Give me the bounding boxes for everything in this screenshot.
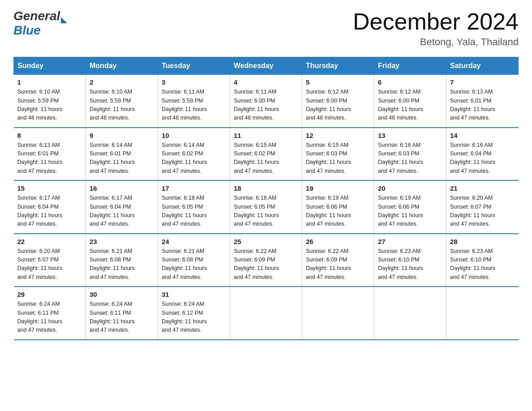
day-info: Sunrise: 6:21 AMSunset: 6:08 PMDaylight:… <box>90 247 154 282</box>
day-info: Sunrise: 6:19 AMSunset: 6:06 PMDaylight:… <box>306 194 370 229</box>
day-number: 19 <box>306 184 370 192</box>
calendar-week-row: 8 Sunrise: 6:13 AMSunset: 6:01 PMDayligh… <box>14 128 519 181</box>
calendar-cell: 8 Sunrise: 6:13 AMSunset: 6:01 PMDayligh… <box>14 128 86 181</box>
calendar-cell: 30 Sunrise: 6:24 AMSunset: 6:11 PMDaylig… <box>86 287 158 340</box>
day-number: 1 <box>17 78 82 86</box>
day-info: Sunrise: 6:24 AMSunset: 6:12 PMDaylight:… <box>162 300 226 335</box>
calendar-cell: 23 Sunrise: 6:21 AMSunset: 6:08 PMDaylig… <box>86 234 158 287</box>
day-number: 25 <box>234 238 298 245</box>
calendar-cell: 5 Sunrise: 6:12 AMSunset: 6:00 PMDayligh… <box>302 75 374 128</box>
day-info: Sunrise: 6:18 AMSunset: 6:05 PMDaylight:… <box>234 194 298 229</box>
month-title: December 2024 <box>353 9 519 34</box>
day-info: Sunrise: 6:11 AMSunset: 6:00 PMDaylight:… <box>234 88 298 123</box>
header-friday: Friday <box>374 57 446 75</box>
calendar-cell: 22 Sunrise: 6:20 AMSunset: 6:07 PMDaylig… <box>14 234 86 287</box>
day-info: Sunrise: 6:13 AMSunset: 6:01 PMDaylight:… <box>450 88 515 123</box>
calendar-cell: 7 Sunrise: 6:13 AMSunset: 6:01 PMDayligh… <box>446 75 519 128</box>
day-info: Sunrise: 6:16 AMSunset: 6:04 PMDaylight:… <box>450 141 515 176</box>
day-info: Sunrise: 6:21 AMSunset: 6:08 PMDaylight:… <box>162 247 226 282</box>
day-number: 23 <box>90 238 154 245</box>
day-number: 14 <box>450 132 515 139</box>
day-info: Sunrise: 6:17 AMSunset: 6:04 PMDaylight:… <box>17 194 82 229</box>
logo-general-text: General <box>13 9 60 23</box>
calendar-cell: 26 Sunrise: 6:22 AMSunset: 6:09 PMDaylig… <box>302 234 374 287</box>
calendar-cell: 9 Sunrise: 6:14 AMSunset: 6:01 PMDayligh… <box>86 128 158 181</box>
calendar-cell: 6 Sunrise: 6:12 AMSunset: 6:00 PMDayligh… <box>374 75 446 128</box>
page-header: General Blue December 2024 Betong, Yala,… <box>13 9 519 48</box>
calendar-cell: 10 Sunrise: 6:14 AMSunset: 6:02 PMDaylig… <box>158 128 230 181</box>
day-info: Sunrise: 6:13 AMSunset: 6:01 PMDaylight:… <box>17 141 82 176</box>
calendar-cell: 12 Sunrise: 6:15 AMSunset: 6:03 PMDaylig… <box>302 128 374 181</box>
calendar-week-row: 22 Sunrise: 6:20 AMSunset: 6:07 PMDaylig… <box>14 234 519 287</box>
day-info: Sunrise: 6:10 AMSunset: 5:59 PMDaylight:… <box>90 88 154 123</box>
day-number: 12 <box>306 132 370 139</box>
calendar-header-row: SundayMondayTuesdayWednesdayThursdayFrid… <box>14 57 519 75</box>
calendar-cell <box>302 287 374 340</box>
day-number: 3 <box>162 78 226 86</box>
day-info: Sunrise: 6:22 AMSunset: 6:09 PMDaylight:… <box>306 247 370 282</box>
calendar-cell: 19 Sunrise: 6:19 AMSunset: 6:06 PMDaylig… <box>302 180 374 234</box>
day-number: 31 <box>162 291 226 298</box>
day-number: 10 <box>162 132 226 139</box>
day-number: 20 <box>378 184 442 192</box>
calendar-cell: 28 Sunrise: 6:23 AMSunset: 6:10 PMDaylig… <box>446 234 519 287</box>
day-number: 7 <box>450 78 515 86</box>
calendar-cell: 17 Sunrise: 6:18 AMSunset: 6:05 PMDaylig… <box>158 180 230 234</box>
day-info: Sunrise: 6:24 AMSunset: 6:11 PMDaylight:… <box>17 300 82 335</box>
day-number: 27 <box>378 238 442 245</box>
day-number: 8 <box>17 132 82 139</box>
day-info: Sunrise: 6:12 AMSunset: 6:00 PMDaylight:… <box>378 88 442 123</box>
day-number: 30 <box>90 291 154 298</box>
calendar-cell: 20 Sunrise: 6:19 AMSunset: 6:06 PMDaylig… <box>374 180 446 234</box>
calendar-cell: 24 Sunrise: 6:21 AMSunset: 6:08 PMDaylig… <box>158 234 230 287</box>
calendar-cell: 25 Sunrise: 6:22 AMSunset: 6:09 PMDaylig… <box>230 234 302 287</box>
header-sunday: Sunday <box>14 57 86 75</box>
logo-blue-text: Blue <box>13 23 41 37</box>
day-info: Sunrise: 6:17 AMSunset: 6:04 PMDaylight:… <box>90 194 154 229</box>
day-info: Sunrise: 6:19 AMSunset: 6:06 PMDaylight:… <box>378 194 442 229</box>
calendar-cell: 13 Sunrise: 6:16 AMSunset: 6:03 PMDaylig… <box>374 128 446 181</box>
day-info: Sunrise: 6:12 AMSunset: 6:00 PMDaylight:… <box>306 88 370 123</box>
logo: General Blue <box>13 9 67 38</box>
day-number: 11 <box>234 132 298 139</box>
day-number: 26 <box>306 238 370 245</box>
location-subtitle: Betong, Yala, Thailand <box>353 36 519 48</box>
day-info: Sunrise: 6:10 AMSunset: 5:59 PMDaylight:… <box>17 88 82 123</box>
header-saturday: Saturday <box>446 57 519 75</box>
day-number: 13 <box>378 132 442 139</box>
calendar-cell: 27 Sunrise: 6:23 AMSunset: 6:10 PMDaylig… <box>374 234 446 287</box>
day-number: 24 <box>162 238 226 245</box>
calendar-cell <box>230 287 302 340</box>
calendar-week-row: 29 Sunrise: 6:24 AMSunset: 6:11 PMDaylig… <box>14 287 519 340</box>
calendar-cell: 2 Sunrise: 6:10 AMSunset: 5:59 PMDayligh… <box>86 75 158 128</box>
day-number: 15 <box>17 184 82 192</box>
day-info: Sunrise: 6:18 AMSunset: 6:05 PMDaylight:… <box>162 194 226 229</box>
day-number: 6 <box>378 78 442 86</box>
day-number: 17 <box>162 184 226 192</box>
calendar-table: SundayMondayTuesdayWednesdayThursdayFrid… <box>13 57 519 340</box>
day-info: Sunrise: 6:23 AMSunset: 6:10 PMDaylight:… <box>378 247 442 282</box>
calendar-cell: 11 Sunrise: 6:15 AMSunset: 6:02 PMDaylig… <box>230 128 302 181</box>
calendar-cell: 14 Sunrise: 6:16 AMSunset: 6:04 PMDaylig… <box>446 128 519 181</box>
day-number: 2 <box>90 78 154 86</box>
day-number: 9 <box>90 132 154 139</box>
title-area: December 2024 Betong, Yala, Thailand <box>353 9 519 48</box>
logo-triangle-icon <box>61 17 67 23</box>
calendar-week-row: 1 Sunrise: 6:10 AMSunset: 5:59 PMDayligh… <box>14 75 519 128</box>
header-tuesday: Tuesday <box>158 57 230 75</box>
day-info: Sunrise: 6:20 AMSunset: 6:07 PMDaylight:… <box>450 194 515 229</box>
day-info: Sunrise: 6:24 AMSunset: 6:11 PMDaylight:… <box>90 300 154 335</box>
day-info: Sunrise: 6:22 AMSunset: 6:09 PMDaylight:… <box>234 247 298 282</box>
calendar-cell: 21 Sunrise: 6:20 AMSunset: 6:07 PMDaylig… <box>446 180 519 234</box>
calendar-week-row: 15 Sunrise: 6:17 AMSunset: 6:04 PMDaylig… <box>14 180 519 234</box>
day-info: Sunrise: 6:20 AMSunset: 6:07 PMDaylight:… <box>17 247 82 282</box>
day-info: Sunrise: 6:15 AMSunset: 6:03 PMDaylight:… <box>306 141 370 176</box>
header-wednesday: Wednesday <box>230 57 302 75</box>
calendar-cell: 1 Sunrise: 6:10 AMSunset: 5:59 PMDayligh… <box>14 75 86 128</box>
calendar-cell: 31 Sunrise: 6:24 AMSunset: 6:12 PMDaylig… <box>158 287 230 340</box>
day-number: 22 <box>17 238 82 245</box>
calendar-cell <box>446 287 519 340</box>
calendar-cell <box>374 287 446 340</box>
header-thursday: Thursday <box>302 57 374 75</box>
day-number: 4 <box>234 78 298 86</box>
